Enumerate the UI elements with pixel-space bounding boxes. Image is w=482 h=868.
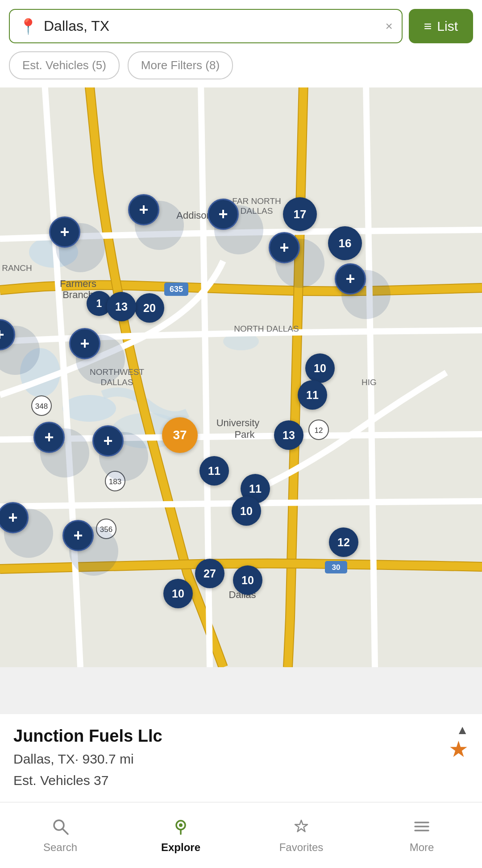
bottom-nav: Search Explore Favorites More: [0, 802, 482, 868]
svg-point-3: [62, 395, 116, 422]
svg-text:Dallas: Dallas: [229, 589, 256, 600]
svg-line-32: [63, 829, 68, 834]
svg-text:NORTH DALLAS: NORTH DALLAS: [234, 324, 299, 333]
map-area[interactable]: Addison FAR NORTH DALLAS Farmers Branch …: [0, 83, 482, 667]
more-filters-filter[interactable]: More Filters (8): [128, 51, 233, 79]
svg-text:DALLAS: DALLAS: [241, 206, 273, 216]
svg-text:FAR NORTH: FAR NORTH: [232, 196, 281, 206]
svg-text:RANCH: RANCH: [2, 263, 32, 273]
svg-text:HIG: HIG: [362, 378, 377, 387]
svg-text:Farmers: Farmers: [60, 278, 96, 289]
list-button[interactable]: ≡ List: [409, 9, 473, 43]
svg-rect-0: [0, 83, 482, 667]
svg-text:30: 30: [332, 563, 341, 572]
favorites-nav-label: Favorites: [279, 841, 324, 854]
station-card: ▲ ★ Junction Fuels Llc Dallas, TX· 930.7…: [0, 714, 482, 802]
station-est-vehicles: Est. Vehicles 37: [13, 770, 469, 791]
svg-text:348: 348: [35, 402, 48, 411]
svg-text:Addison: Addison: [176, 210, 212, 221]
station-location: Dallas, TX· 930.7 mi: [13, 748, 469, 770]
favorites-nav-icon: [292, 817, 311, 839]
nav-item-explore[interactable]: Explore: [120, 817, 241, 854]
svg-text:12: 12: [315, 426, 323, 435]
location-icon: 📍: [19, 19, 37, 34]
svg-point-34: [179, 823, 183, 827]
nav-item-search[interactable]: Search: [0, 817, 120, 854]
svg-text:183: 183: [109, 478, 121, 486]
svg-text:Branch: Branch: [62, 289, 94, 300]
svg-text:635: 635: [170, 285, 183, 294]
explore-nav-label: Explore: [161, 841, 200, 854]
list-icon: ≡: [424, 19, 432, 34]
explore-nav-icon: [171, 817, 190, 839]
svg-text:University: University: [216, 417, 260, 428]
clear-icon[interactable]: ×: [385, 19, 392, 33]
header: 📍 × ≡ List Est. Vehicles (5) More Filter…: [0, 0, 482, 87]
nav-item-favorites[interactable]: Favorites: [241, 817, 362, 854]
favorite-star-icon[interactable]: ★: [449, 736, 469, 762]
search-input[interactable]: [44, 18, 379, 34]
search-nav-label: Search: [43, 841, 77, 854]
svg-text:DALLAS: DALLAS: [101, 378, 133, 387]
search-box[interactable]: 📍 ×: [9, 9, 403, 43]
search-row: 📍 × ≡ List: [9, 9, 473, 43]
search-nav-icon: [51, 817, 70, 839]
filter-row: Est. Vehicles (5) More Filters (8): [9, 51, 473, 87]
chevron-up-icon[interactable]: ▲: [456, 723, 469, 737]
nav-item-more[interactable]: More: [362, 817, 482, 854]
svg-text:356: 356: [100, 525, 112, 534]
list-label: List: [437, 19, 458, 34]
est-vehicles-filter[interactable]: Est. Vehicles (5): [9, 51, 120, 79]
station-name: Junction Fuels Llc: [13, 727, 469, 746]
more-nav-icon: [412, 817, 431, 839]
more-nav-label: More: [410, 841, 434, 854]
svg-text:NORTHWEST: NORTHWEST: [90, 367, 144, 377]
svg-text:Park: Park: [234, 429, 255, 440]
